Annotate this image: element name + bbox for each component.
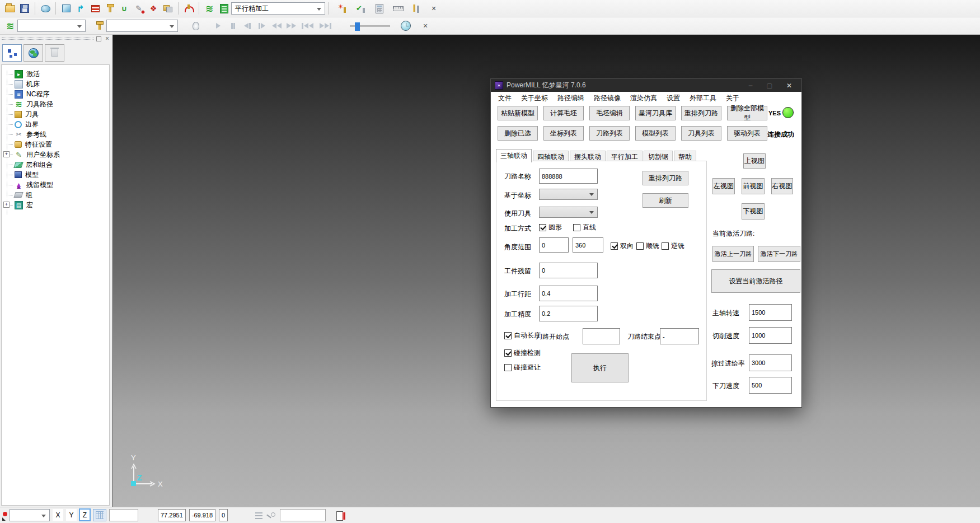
tolerance-status-input[interactable] — [280, 509, 326, 521]
lightbulb-icon[interactable] — [189, 19, 203, 32]
grid-toggle-button[interactable] — [93, 509, 106, 521]
tree-item-2[interactable]: NC程序 — [2, 89, 109, 99]
toolpath-select-dropdown[interactable] — [17, 20, 86, 32]
maximize-button[interactable]: ▢ — [761, 79, 779, 92]
rapid-feed-input[interactable]: 3000 — [749, 354, 792, 371]
angle-to-input[interactable]: 360 — [573, 237, 603, 253]
toolpath-strategies-icon[interactable] — [74, 2, 87, 15]
strategy-dropdown[interactable]: 平行精加工 — [231, 2, 325, 15]
panel-restore-icon[interactable] — [96, 36, 102, 42]
boundary-icon[interactable] — [118, 2, 131, 15]
tree-item-7[interactable]: 特征设置 — [2, 139, 109, 150]
tree-expander-icon[interactable]: + — [3, 202, 10, 208]
tool-select-dropdown[interactable] — [106, 20, 178, 32]
slider-handle[interactable] — [355, 22, 360, 31]
tab-explorer-recycle[interactable] — [45, 44, 64, 62]
menu-item-0[interactable]: 文件 — [498, 94, 512, 103]
list-button-1[interactable]: 坐标列表 — [543, 126, 584, 141]
start-point-input[interactable] — [583, 328, 620, 344]
drag-handle[interactable] — [2, 38, 93, 40]
plunge-speed-input[interactable]: 500 — [749, 377, 792, 394]
toolpath-name-input[interactable]: 888888 — [539, 169, 598, 184]
action-button-3[interactable]: 星河刀具库 — [635, 106, 676, 120]
list-button-2[interactable]: 刀路列表 — [589, 126, 630, 141]
play-button[interactable] — [211, 20, 226, 32]
axis-button-2[interactable]: Z — [79, 508, 91, 521]
climb-mill-checkbox[interactable]: 顺铣 — [636, 241, 659, 251]
dialog-title-bar[interactable]: PowerMILL 忆梦星河 7.0.6 – ▢ ✕ — [491, 79, 801, 92]
search-back-button[interactable] — [269, 20, 284, 32]
tree-item-6[interactable]: 参考线 — [2, 129, 109, 139]
tree-item-10[interactable]: 模型 — [2, 170, 109, 180]
line-checkbox[interactable]: 直线 — [573, 223, 596, 232]
menu-item-6[interactable]: 外部工具 — [690, 94, 716, 103]
tolerance-input[interactable]: 0.2 — [539, 306, 598, 321]
end-point-input[interactable]: - — [660, 328, 699, 344]
pattern-icon[interactable] — [132, 2, 146, 15]
tree-item-12[interactable]: 组 — [2, 190, 109, 200]
shaded-view-icon[interactable] — [39, 2, 52, 15]
stepover-input[interactable]: 0.4 — [539, 286, 598, 301]
tab-explorer-web[interactable] — [24, 44, 43, 62]
spindle-speed-input[interactable]: 1500 — [749, 304, 792, 321]
create-tool-icon[interactable] — [103, 2, 116, 15]
clock-icon[interactable] — [399, 19, 412, 32]
menu-item-1[interactable]: 关于坐标 — [521, 94, 548, 103]
calculator-icon[interactable] — [373, 2, 386, 15]
step-forward-button[interactable] — [255, 20, 269, 32]
menu-item-4[interactable]: 渲染仿真 — [630, 94, 657, 103]
clipboard-icon[interactable] — [333, 509, 346, 522]
menu-item-2[interactable]: 路径编辑 — [557, 94, 584, 103]
nc-program-icon[interactable] — [88, 2, 102, 15]
block-icon[interactable] — [59, 2, 73, 15]
list-button-3[interactable]: 模型列表 — [635, 126, 676, 141]
rearrange-toolpath-button[interactable]: 重排列刀路 — [643, 171, 688, 185]
tool-database-icon[interactable] — [410, 2, 423, 15]
use-tool-dropdown[interactable] — [539, 207, 598, 218]
refresh-button[interactable]: 刷新 — [643, 193, 688, 208]
activate-prev-toolpath-button[interactable]: 激活上一刀路 — [712, 246, 754, 262]
collision-avoid-checkbox[interactable]: 碰撞避让 — [504, 363, 541, 372]
tree-item-13[interactable]: +宏 — [2, 200, 109, 210]
action-button-0[interactable]: 粘贴新模型 — [498, 106, 538, 120]
save-project-icon[interactable] — [18, 2, 31, 15]
toolbar-close-icon[interactable] — [419, 19, 432, 32]
action-button-1[interactable]: 计算毛坯 — [543, 106, 584, 120]
collision-check-checkbox[interactable]: 碰撞检测 — [504, 348, 541, 358]
tree-expander-icon[interactable]: + — [3, 151, 10, 157]
bidirectional-checkbox[interactable]: 双向 — [611, 241, 634, 251]
tree-item-0[interactable]: 激活 — [2, 69, 109, 79]
activate-next-toolpath-button[interactable]: 激活下一刀路 — [758, 246, 800, 262]
conventional-mill-checkbox[interactable]: 逆铣 — [662, 241, 684, 251]
view-top-button[interactable]: 上视图 — [743, 153, 766, 169]
view-left-button[interactable]: 左视图 — [712, 178, 735, 194]
verify-toolpath-icon[interactable] — [354, 2, 368, 15]
action-button-5[interactable]: 删除全部模型 — [727, 106, 767, 120]
set-active-path-button[interactable]: 设置当前激活路径 — [711, 269, 800, 293]
minimize-button[interactable]: – — [742, 79, 759, 92]
tree-item-5[interactable]: 边界 — [2, 119, 109, 129]
go-to-end-button[interactable] — [316, 20, 334, 32]
go-to-start-button[interactable] — [298, 20, 316, 32]
angle-from-input[interactable]: 0 — [539, 237, 569, 253]
list-button-4[interactable]: 刀具列表 — [681, 126, 721, 141]
close-button[interactable]: ✕ — [780, 79, 798, 92]
action-button-2[interactable]: 毛坯编辑 — [589, 106, 630, 120]
measure-icon[interactable] — [391, 2, 405, 15]
axis-button-0[interactable]: X — [52, 508, 64, 521]
search-forward-button[interactable] — [284, 20, 298, 32]
tool-wizard-icon[interactable] — [336, 2, 349, 15]
tree-item-11[interactable]: 残留模型 — [2, 180, 109, 190]
execute-button[interactable]: 执行 — [571, 353, 629, 382]
step-back-button[interactable] — [240, 20, 255, 32]
toolbar-close-icon[interactable] — [427, 2, 440, 15]
feature-set-icon[interactable] — [161, 2, 175, 15]
list-button-0[interactable]: 删除已选 — [498, 126, 538, 141]
axis-button-1[interactable]: Y — [65, 508, 77, 521]
collision-check-icon[interactable] — [182, 2, 195, 15]
tab-explorer-tree[interactable] — [2, 44, 22, 62]
circle-checkbox[interactable]: 圆形 — [539, 223, 562, 232]
open-project-icon[interactable] — [3, 2, 17, 15]
list-button-5[interactable]: 驱动列表 — [727, 126, 767, 141]
tree-item-4[interactable]: 刀具 — [2, 109, 109, 119]
